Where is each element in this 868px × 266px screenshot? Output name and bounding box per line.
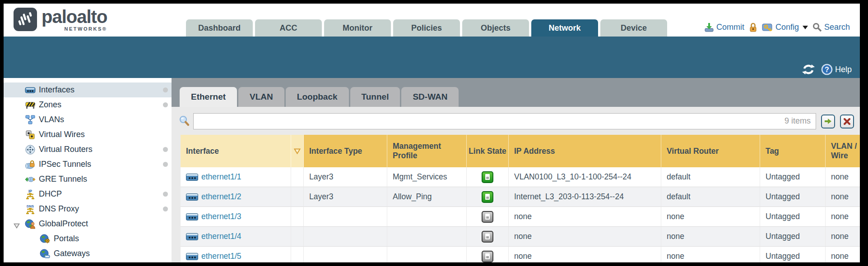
sidebar-item-virtual-routers[interactable]: Virtual Routers [4, 142, 172, 157]
cell-mgmt-profile [387, 227, 467, 247]
network-sidebar: Interfaces Zones VLANs Vir [4, 78, 172, 262]
interface-link[interactable]: ethernet1/2 [201, 192, 241, 202]
col-interface-type[interactable]: Interface Type [304, 135, 387, 167]
cell-mgmt-profile [387, 247, 467, 262]
svg-text:?: ? [825, 66, 829, 73]
cell-virtual-router: default [661, 167, 760, 187]
sidebar-item-label: DHCP [39, 189, 62, 199]
tab-monitor[interactable]: Monitor [324, 19, 391, 37]
tab-network[interactable]: Network [531, 19, 598, 37]
config-menu[interactable]: Config [762, 23, 808, 32]
cell-virtual-router: default [661, 187, 760, 207]
status-dot [163, 192, 168, 197]
tab-dashboard[interactable]: Dashboard [186, 19, 253, 37]
cell-mgmt-profile: Mgmt_Services [387, 167, 467, 187]
tab-vlan[interactable]: VLAN [238, 87, 284, 107]
chevron-down-icon [803, 26, 808, 29]
table-row[interactable]: ethernet1/2 Layer3 Allow_Ping Internet_L… [181, 187, 860, 207]
sidebar-item-partial[interactable] [4, 261, 172, 262]
tab-acc[interactable]: ACC [255, 19, 322, 37]
tab-loopback[interactable]: Loopback [286, 87, 349, 107]
status-dot [163, 162, 168, 167]
link-state-icon [482, 231, 493, 243]
commit-icon [704, 23, 714, 32]
sidebar-item-label: Zones [39, 100, 61, 110]
sidebar-item-vlans[interactable]: VLANs [4, 112, 172, 127]
interface-link[interactable]: ethernet1/3 [201, 212, 241, 221]
table-row[interactable]: ethernet1/4 none none Untagged none [181, 227, 860, 247]
cell-tag: Untagged [760, 227, 826, 247]
cell-tag: Untagged [760, 247, 826, 262]
sidebar-item-zones[interactable]: Zones [4, 97, 172, 112]
refresh-icon[interactable] [802, 64, 815, 75]
help-label: Help [835, 65, 852, 74]
interface-link[interactable]: ethernet1/4 [201, 232, 241, 241]
sidebar-item-dhcp[interactable]: IP DHCP [4, 187, 172, 202]
sort-menu-cell[interactable] [291, 135, 304, 167]
tab-policies[interactable]: Policies [393, 19, 460, 37]
filter-bar: 9 items [172, 107, 860, 135]
interfaces-icon [25, 85, 36, 95]
sidebar-item-label: DNS Proxy [39, 204, 79, 214]
tab-device[interactable]: Device [600, 19, 667, 37]
search-icon [812, 23, 822, 32]
col-tag[interactable]: Tag [760, 135, 826, 167]
table-row[interactable]: ethernet1/1 Layer3 Mgmt_Services VLAN010… [181, 167, 860, 187]
cell-vlan-wire: none [826, 187, 860, 207]
globalprotect-icon [25, 219, 36, 229]
tab-tunnel[interactable]: Tunnel [350, 87, 400, 107]
ethernet-interface-icon [186, 193, 198, 201]
paloalto-logo: paloalto NETWORKS® [14, 8, 107, 32]
filter-magnifier-icon[interactable] [179, 115, 190, 127]
ethernet-interface-icon [186, 174, 198, 181]
clear-filter-button[interactable] [840, 115, 854, 128]
cell-vlan-wire: none [826, 167, 860, 187]
col-link-state[interactable]: Link State [467, 135, 509, 167]
col-virtual-router[interactable]: Virtual Router [661, 135, 760, 167]
help-icon: ? [821, 64, 833, 75]
sidebar-item-dns-proxy[interactable]: DNS DNS Proxy [4, 202, 172, 216]
paloalto-logo-icon [14, 8, 37, 31]
red-x-icon [844, 118, 850, 125]
table-row[interactable]: ethernet1/3 none none Untagged none [181, 207, 860, 227]
interface-link[interactable]: ethernet1/1 [201, 172, 241, 182]
apply-filter-button[interactable] [821, 115, 835, 128]
sidebar-item-label: IPSec Tunnels [39, 160, 91, 169]
interface-link[interactable]: ethernet1/5 [201, 252, 241, 261]
portals-icon [40, 234, 51, 244]
sidebar-item-globalprotect[interactable]: GlobalProtect [4, 216, 172, 231]
sidebar-item-label: Virtual Wires [39, 130, 85, 139]
lock-icon[interactable] [749, 22, 757, 32]
sidebar-item-virtual-wires[interactable]: Virtual Wires [4, 127, 172, 142]
col-interface[interactable]: Interface [181, 135, 291, 167]
cell-mgmt-profile [387, 207, 467, 227]
sidebar-item-ipsec-tunnels[interactable]: IPSec Tunnels [4, 157, 172, 172]
col-management-profile[interactable]: Management Profile [387, 135, 467, 167]
ethernet-interface-icon [186, 213, 198, 220]
cell-ip-address: VLAN0100_L3_10-1-100-254--24 [509, 167, 661, 187]
gre-tunnels-icon [25, 174, 36, 184]
sort-triangle-icon [294, 148, 301, 154]
sidebar-item-label: GRE Tunnels [39, 174, 87, 184]
commit-button[interactable]: Commit [704, 23, 744, 32]
collapse-triangle-icon[interactable] [14, 221, 20, 231]
col-vlan-wire[interactable]: VLAN / Wire [826, 135, 860, 167]
sidebar-item-portals[interactable]: Portals [4, 231, 172, 246]
link-state-icon [482, 251, 493, 262]
cell-interface-type [304, 247, 387, 262]
sidebar-item-gre-tunnels[interactable]: GRE Tunnels [4, 172, 172, 187]
sidebar-item-interfaces[interactable]: Interfaces [4, 83, 172, 97]
cell-interface-type: Layer3 [304, 167, 387, 187]
search-button[interactable]: Search [812, 23, 850, 32]
sidebar-item-gateways[interactable]: Gateways [4, 246, 172, 261]
svg-text:DNS: DNS [27, 204, 34, 208]
tab-sdwan[interactable]: SD-WAN [401, 87, 459, 107]
help-button[interactable]: ? Help [821, 64, 852, 75]
tab-objects[interactable]: Objects [462, 19, 529, 37]
table-row[interactable]: ethernet1/5 none none Untagged none [181, 247, 860, 262]
link-state-icon [482, 211, 493, 223]
cell-interface-type: Layer3 [304, 187, 387, 207]
col-ip-address[interactable]: IP Address [509, 135, 661, 167]
tab-ethernet[interactable]: Ethernet [180, 87, 237, 107]
filter-input[interactable] [193, 113, 816, 129]
